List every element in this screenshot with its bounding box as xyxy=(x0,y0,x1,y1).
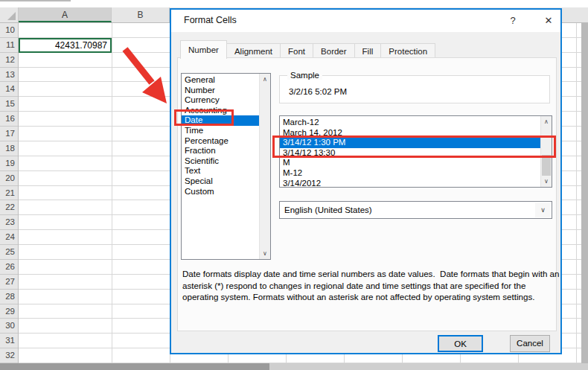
category-scrollbar[interactable]: ∧ ∨ xyxy=(259,74,270,259)
type-item-m[interactable]: M xyxy=(280,158,540,168)
row-header-24[interactable]: 24 xyxy=(0,230,18,245)
row-header-27[interactable]: 27 xyxy=(0,275,18,290)
category-item-text[interactable]: Text xyxy=(182,166,259,176)
row-header-14[interactable]: 14 xyxy=(0,82,18,97)
category-item-number[interactable]: Number xyxy=(182,86,259,96)
ok-button[interactable]: OK xyxy=(438,335,483,352)
tab-number[interactable]: Number xyxy=(180,40,227,59)
row-header-15[interactable]: 15 xyxy=(0,97,18,112)
scroll-up-icon[interactable]: ∧ xyxy=(541,116,552,127)
row-header-29[interactable]: 29 xyxy=(0,304,18,319)
sample-value: 3/2/16 5:02 PM xyxy=(289,87,347,96)
type-item-m-12[interactable]: M-12 xyxy=(280,168,540,179)
type-item-3-14-2012[interactable]: 3/14/2012 xyxy=(280,179,540,189)
row-header-column: 1011121314151617181920212223242526272829… xyxy=(0,23,19,363)
highlight-box-type-items xyxy=(272,135,556,158)
category-item-currency[interactable]: Currency xyxy=(182,95,259,106)
row-header-25[interactable]: 25 xyxy=(0,245,18,260)
chevron-down-icon[interactable]: ∨ xyxy=(535,202,551,217)
row-header-23[interactable]: 23 xyxy=(0,215,18,230)
locale-selected-value: English (United States) xyxy=(284,205,372,214)
category-item-percentage[interactable]: Percentage xyxy=(182,136,259,147)
grid-line xyxy=(576,23,577,363)
row-header-16[interactable]: 16 xyxy=(0,112,18,127)
horizontal-scrollbar-thumb[interactable] xyxy=(0,363,269,370)
row-header-31[interactable]: 31 xyxy=(0,334,18,348)
row-header-32[interactable]: 32 xyxy=(0,348,18,363)
type-scrollbar-thumb[interactable] xyxy=(542,155,551,176)
select-all-corner[interactable] xyxy=(0,7,19,22)
column-header-b[interactable]: B xyxy=(112,7,170,22)
tab-alignment[interactable]: Alignment xyxy=(227,43,281,59)
row-header-26[interactable]: 26 xyxy=(0,260,18,275)
row-header-10[interactable]: 10 xyxy=(0,23,18,38)
category-item-custom[interactable]: Custom xyxy=(182,187,259,197)
locale-dropdown[interactable]: English (United States) ∨ xyxy=(279,201,552,219)
category-item-time[interactable]: Time xyxy=(182,126,259,136)
row-header-21[interactable]: 21 xyxy=(0,186,18,201)
scroll-up-icon[interactable]: ∧ xyxy=(260,74,270,85)
scroll-down-icon[interactable]: ∨ xyxy=(541,176,552,187)
category-item-fraction[interactable]: Fraction xyxy=(182,146,259,156)
row-header-20[interactable]: 20 xyxy=(0,171,18,186)
selected-cell-a11[interactable]: 42431.70987 xyxy=(19,38,112,53)
row-header-11[interactable]: 11 xyxy=(0,38,18,53)
row-header-13[interactable]: 13 xyxy=(0,68,18,83)
category-item-general[interactable]: General xyxy=(182,75,259,86)
row-header-22[interactable]: 22 xyxy=(0,200,18,215)
row-header-28[interactable]: 28 xyxy=(0,290,18,304)
format-cells-dialog: Format Cells ? ✕ NumberAlignmentFontBord… xyxy=(170,8,562,354)
dialog-titlebar[interactable]: Format Cells ? ✕ xyxy=(171,10,560,32)
category-item-scientific[interactable]: Scientific xyxy=(182,156,259,167)
help-icon[interactable]: ? xyxy=(500,13,525,29)
red-arrow-annotation xyxy=(110,39,181,118)
dialog-title: Format Cells xyxy=(184,15,237,25)
tab-font[interactable]: Font xyxy=(281,43,313,59)
dialog-tabs: NumberAlignmentFontBorderFillProtection xyxy=(180,40,435,58)
formula-bar-strip xyxy=(0,0,588,7)
close-icon[interactable]: ✕ xyxy=(536,13,561,29)
tab-fill[interactable]: Fill xyxy=(355,43,382,59)
format-description-text: Date formats display date and time seria… xyxy=(182,268,560,303)
highlight-box-date-category xyxy=(174,109,234,126)
type-item-march-12[interactable]: March-12 xyxy=(280,118,540,128)
category-items: GeneralNumberCurrencyAccountingDateTimeP… xyxy=(182,75,259,197)
row-header-19[interactable]: 19 xyxy=(0,156,18,171)
category-item-special[interactable]: Special xyxy=(182,176,259,187)
row-header-12[interactable]: 12 xyxy=(0,53,18,68)
row-header-18[interactable]: 18 xyxy=(0,141,18,156)
column-header-a[interactable]: A xyxy=(19,7,112,22)
row-header-30[interactable]: 30 xyxy=(0,319,18,334)
cancel-button[interactable]: Cancel xyxy=(510,335,550,352)
tab-protection[interactable]: Protection xyxy=(381,43,435,59)
scroll-down-icon[interactable]: ∨ xyxy=(260,248,270,259)
sample-label: Sample xyxy=(287,71,322,80)
vertical-scrollbar[interactable] xyxy=(581,23,588,363)
row-header-17[interactable]: 17 xyxy=(0,127,18,141)
name-box-edge xyxy=(0,0,71,1)
category-listbox[interactable]: GeneralNumberCurrencyAccountingDateTimeP… xyxy=(181,73,271,260)
excel-window: AB 1011121314151617181920212223242526272… xyxy=(0,0,588,370)
tab-border[interactable]: Border xyxy=(313,43,355,59)
